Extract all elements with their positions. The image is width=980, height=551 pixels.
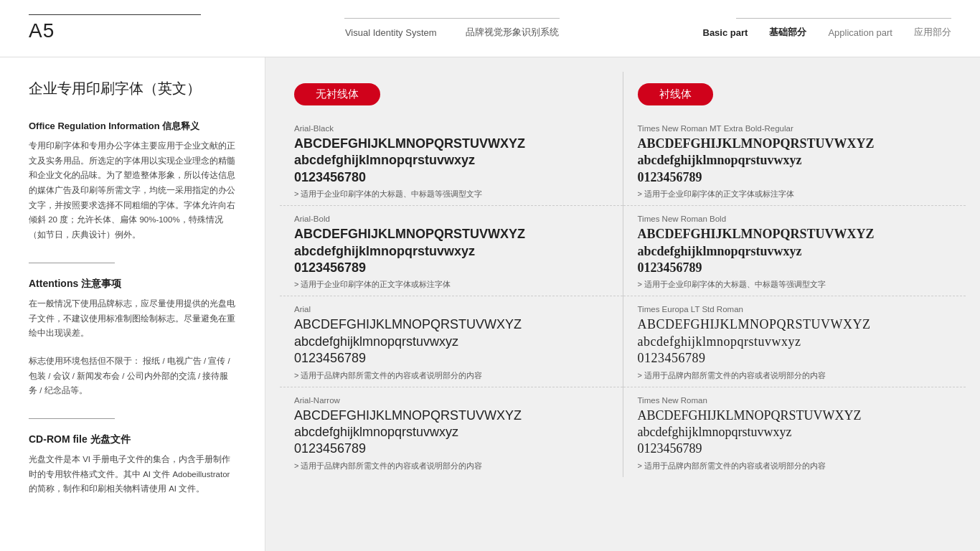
- font-section-arial-bold: Arial-Bold ABCDEFGHIJKLMNOPQRSTUVWXYZ ab…: [280, 206, 623, 296]
- sidebar-title: 企业专用印刷字体（英文）: [29, 79, 236, 98]
- font-right-col: Times New Roman MT Extra Bold-Regular AB…: [623, 116, 966, 477]
- font-name-times-extra-bold: Times New Roman MT Extra Bold-Regular: [638, 124, 952, 133]
- font-name-arial-black: Arial-Black: [294, 124, 608, 133]
- font-section-times: Times New Roman ABCDEFGHIJKLMNOPQRSTUVWX…: [623, 387, 966, 477]
- right-font-tag: 衬线体: [638, 83, 713, 105]
- header-right-line: [736, 18, 951, 19]
- font-nums-arial-narrow: 0123456789: [294, 441, 608, 457]
- font-desc-arial-black: 适用于企业印刷字体的大标题、中标题等强调型文字: [294, 189, 608, 199]
- font-nums-times-bold: 0123456789: [638, 260, 952, 276]
- font-nums-arial-black: 0123456780: [294, 169, 608, 186]
- font-desc-times-extra-bold: 适用于企业印刷字体的正文字体或标注字体: [638, 189, 952, 199]
- content: 无衬线体 衬线体 Arial-Black ABCDEFGHIJKLMNOPQRS…: [265, 57, 980, 551]
- header-line: [29, 14, 201, 15]
- font-desc-arial-bold: 适用于企业印刷字体的正文字体或标注字体: [294, 279, 608, 290]
- vis-en: Visual Identity System: [345, 27, 437, 38]
- font-upper-arial-narrow: ABCDEFGHIJKLMNOPQRSTUVWXYZ: [294, 408, 608, 424]
- font-name-arial-narrow: Arial-Narrow: [294, 396, 608, 405]
- sidebar-divider: [29, 263, 115, 263]
- sidebar-section-office: Office Regulation Information 信息释义 专用印刷字…: [29, 120, 236, 242]
- font-nums-arial-bold: 0123456789: [294, 260, 608, 276]
- font-upper-arial-black: ABCDEFGHIJKLMNOPQRSTUVWXYZ: [294, 136, 608, 152]
- font-nums-times-extra-bold: 0123456789: [638, 169, 952, 186]
- font-nums-arial: 0123456789: [294, 350, 608, 367]
- header-center-line: [344, 18, 560, 19]
- font-name-times-bold: Times New Roman Bold: [638, 215, 952, 223]
- header: A5 Visual Identity System 品牌视觉形象识别系统 Bas…: [0, 0, 980, 57]
- left-header-part: 无衬线体: [280, 72, 623, 116]
- font-nums-times-europa: 0123456789: [638, 350, 952, 367]
- header-right-nav: Basic part 基础部分 Application part 应用部分: [703, 26, 952, 39]
- font-name-arial: Arial: [294, 305, 608, 314]
- font-desc-arial: 适用于品牌内部所需文件的内容或者说明部分的内容: [294, 370, 608, 381]
- font-desc-times-europa: 适用于品牌内部所需文件的内容或者说明部分的内容: [638, 370, 952, 381]
- sidebar-attentions-text2: 标志使用环境包括但不限于： 报纸 / 电视广告 / 宣传 / 包装 / 会议 /…: [29, 354, 236, 398]
- font-section-times-europa: Times Europa LT Std Roman ABCDEFGHIJKLMN…: [623, 296, 966, 387]
- fonts-wrapper: Arial-Black ABCDEFGHIJKLMNOPQRSTUVWXYZ a…: [280, 116, 966, 477]
- font-header-row: 无衬线体 衬线体: [280, 72, 966, 116]
- sidebar-cdrom-text: 光盘文件是本 VI 手册电子文件的集合，内含手册制作时的专用软件格式文件。其中 …: [29, 452, 236, 496]
- font-desc-times-bold: 适用于企业印刷字体的大标题、中标题等强调型文字: [638, 279, 952, 290]
- sidebar-attentions-title: Attentions 注意事项: [29, 278, 236, 291]
- font-section-times-bold: Times New Roman Bold ABCDEFGHIJKLMNOPQRS…: [623, 206, 966, 296]
- font-upper-arial-bold: ABCDEFGHIJKLMNOPQRSTUVWXYZ: [294, 226, 608, 242]
- font-section-arial-narrow: Arial-Narrow ABCDEFGHIJKLMNOPQRSTUVWXYZ …: [280, 387, 623, 477]
- sidebar-section-attentions: Attentions 注意事项 在一般情况下使用品牌标志，应尽量使用提供的光盘电…: [29, 278, 236, 398]
- sidebar-cdrom-title: CD-ROM file 光盘文件: [29, 433, 236, 446]
- vis-cn: 品牌视觉形象识别系统: [466, 26, 559, 39]
- main: 企业专用印刷字体（英文） Office Regulation Informati…: [0, 57, 980, 551]
- font-lower-arial-black: abcdefghijklmnopqrstuvwxyz: [294, 152, 608, 169]
- nav-app-cn[interactable]: 应用部分: [914, 26, 951, 39]
- header-right: Basic part 基础部分 Application part 应用部分: [703, 18, 952, 39]
- nav-basic-en[interactable]: Basic part: [703, 27, 748, 38]
- header-center: Visual Identity System 品牌视觉形象识别系统: [344, 18, 560, 39]
- header-left: A5: [29, 14, 201, 42]
- font-lower-times: abcdefghijklmnopqrstuvwxyz: [638, 424, 952, 441]
- font-desc-arial-narrow: 适用于品牌内部所需文件的内容或者说明部分的内容: [294, 461, 608, 471]
- font-section-arial: Arial ABCDEFGHIJKLMNOPQRSTUVWXYZ abcdefg…: [280, 296, 623, 387]
- font-upper-times-europa: ABCDEFGHIJKLMNOPQRSTUVWXYZ: [638, 316, 952, 333]
- font-lower-times-europa: abcdefghijklmnopqrstuvwxyz: [638, 334, 952, 350]
- font-section-times-extra-bold: Times New Roman MT Extra Bold-Regular AB…: [623, 116, 966, 206]
- font-lower-times-extra-bold: abcdefghijklmnopqrstuvwxyz: [638, 152, 952, 169]
- header-center-titles: Visual Identity System 品牌视觉形象识别系统: [345, 26, 559, 39]
- font-upper-times-extra-bold: ABCDEFGHIJKLMNOPQRSTUVWXYZ: [638, 136, 952, 152]
- font-lower-arial-narrow: abcdefghijklmnopqrstuvwxyz: [294, 424, 608, 441]
- page-id: A5: [29, 19, 201, 42]
- font-upper-arial: ABCDEFGHIJKLMNOPQRSTUVWXYZ: [294, 316, 608, 333]
- sidebar-attentions-text1: 在一般情况下使用品牌标志，应尽量使用提供的光盘电子文件，不建议使用标准制图绘制标…: [29, 296, 236, 341]
- font-name-times-europa: Times Europa LT Std Roman: [638, 305, 952, 314]
- font-lower-arial: abcdefghijklmnopqrstuvwxyz: [294, 334, 608, 350]
- font-lower-times-bold: abcdefghijklmnopqrstuvwxyz: [638, 243, 952, 260]
- font-section-arial-black: Arial-Black ABCDEFGHIJKLMNOPQRSTUVWXYZ a…: [280, 116, 623, 206]
- font-upper-times-bold: ABCDEFGHIJKLMNOPQRSTUVWXYZ: [638, 226, 952, 242]
- sidebar: 企业专用印刷字体（英文） Office Regulation Informati…: [0, 57, 265, 551]
- left-font-tag: 无衬线体: [294, 83, 380, 105]
- font-name-arial-bold: Arial-Bold: [294, 215, 608, 223]
- font-left-col: Arial-Black ABCDEFGHIJKLMNOPQRSTUVWXYZ a…: [280, 116, 623, 477]
- sidebar-divider2: [29, 418, 115, 419]
- font-desc-times: 适用于品牌内部所需文件的内容或者说明部分的内容: [638, 461, 952, 471]
- font-lower-arial-bold: abcdefghijklmnopqrstuvwxyz: [294, 243, 608, 260]
- right-header-part: 衬线体: [623, 72, 966, 116]
- nav-basic-cn[interactable]: 基础部分: [769, 26, 806, 39]
- sidebar-office-title: Office Regulation Information 信息释义: [29, 120, 236, 133]
- font-nums-times: 0123456789: [638, 441, 952, 457]
- font-upper-times: ABCDEFGHIJKLMNOPQRSTUVWXYZ: [638, 408, 952, 424]
- sidebar-section-cdrom: CD-ROM file 光盘文件 光盘文件是本 VI 手册电子文件的集合，内含手…: [29, 433, 236, 496]
- font-name-times: Times New Roman: [638, 396, 952, 405]
- sidebar-office-text: 专用印刷字体和专用办公字体主要应用于企业文献的正文及实务用品。所选定的字体用以实…: [29, 138, 236, 242]
- nav-app-en[interactable]: Application part: [828, 27, 892, 38]
